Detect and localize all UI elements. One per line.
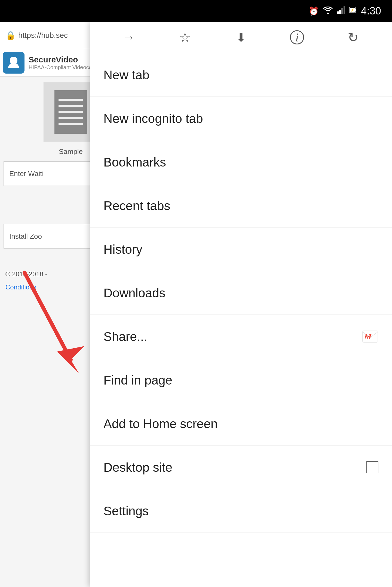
enter-waiting-label: Enter Waiti <box>9 170 44 178</box>
lock-icon: 🔒 <box>5 31 16 40</box>
wifi-icon <box>323 6 333 16</box>
gmail-share-icon: M <box>362 330 378 343</box>
find-in-page-label: Find in page <box>103 373 172 388</box>
menu-item-add-to-home-screen[interactable]: Add to Home screen <box>90 402 392 446</box>
logo-text-area: SecureVideo HIPAA-Compliant Videoco <box>29 55 92 71</box>
menu-items: New tab New incognito tab Bookmarks Rece… <box>90 53 392 587</box>
chrome-menu: → ☆ ⬇ i ↻ New tab New incognito tab Book… <box>90 22 392 587</box>
bookmark-button[interactable]: ☆ <box>174 26 196 48</box>
svg-rect-2 <box>341 8 343 14</box>
menu-item-new-incognito-tab[interactable]: New incognito tab <box>90 97 392 140</box>
url-text: https://hub.sec <box>18 31 68 40</box>
download-icon: ⬇ <box>236 31 246 44</box>
svg-marker-10 <box>57 346 84 373</box>
share-label: Share... <box>103 329 147 344</box>
menu-item-desktop-site[interactable]: Desktop site <box>90 446 392 489</box>
svg-text:M: M <box>364 332 372 341</box>
recent-tabs-label: Recent tabs <box>103 198 170 213</box>
svg-rect-1 <box>339 10 341 14</box>
new-incognito-tab-label: New incognito tab <box>103 111 203 126</box>
menu-item-settings[interactable]: Settings <box>90 489 392 533</box>
securevideo-logo-icon <box>3 52 24 74</box>
svg-rect-0 <box>337 11 339 14</box>
status-bar: ⏰ ⚡ <box>0 0 392 22</box>
download-button[interactable]: ⬇ <box>230 26 252 48</box>
logo-sub: HIPAA-Compliant Videoco <box>29 64 92 71</box>
history-label: History <box>103 242 142 257</box>
forward-icon: → <box>123 31 135 44</box>
status-icons: ⏰ ⚡ <box>309 5 381 17</box>
menu-item-new-tab[interactable]: New tab <box>90 53 392 97</box>
alarm-icon: ⏰ <box>309 6 319 16</box>
menu-item-history[interactable]: History <box>90 228 392 271</box>
menu-item-find-in-page[interactable]: Find in page <box>90 358 392 402</box>
svg-rect-3 <box>344 6 345 14</box>
settings-label: Settings <box>103 504 149 518</box>
info-circle-icon: i <box>290 30 304 44</box>
battery-icon: ⚡ <box>349 6 357 16</box>
svg-rect-5 <box>355 9 356 11</box>
add-to-home-screen-label: Add to Home screen <box>103 416 218 431</box>
signal-icon <box>337 6 345 16</box>
logo-name: SecureVideo <box>29 55 92 64</box>
info-button[interactable]: i <box>286 26 308 48</box>
menu-item-recent-tabs[interactable]: Recent tabs <box>90 184 392 228</box>
desktop-site-checkbox[interactable] <box>366 461 378 473</box>
new-tab-label: New tab <box>103 68 149 82</box>
refresh-button[interactable]: ↻ <box>342 26 364 48</box>
downloads-label: Downloads <box>103 286 166 300</box>
status-time: 4:30 <box>361 5 381 17</box>
svg-text:⚡: ⚡ <box>350 8 354 12</box>
menu-toolbar: → ☆ ⬇ i ↻ <box>90 22 392 53</box>
menu-item-bookmarks[interactable]: Bookmarks <box>90 140 392 184</box>
bookmarks-label: Bookmarks <box>103 155 166 170</box>
doc-lines-icon <box>54 90 87 134</box>
url-prefix: https://hub.sec <box>18 31 68 40</box>
desktop-site-label: Desktop site <box>103 460 172 475</box>
forward-button[interactable]: → <box>118 26 140 48</box>
menu-item-share[interactable]: Share... M <box>90 315 392 358</box>
bookmark-star-icon: ☆ <box>179 30 191 45</box>
install-label: Install Zoo <box>9 232 42 241</box>
menu-item-downloads[interactable]: Downloads <box>90 271 392 315</box>
refresh-icon: ↻ <box>348 30 359 45</box>
